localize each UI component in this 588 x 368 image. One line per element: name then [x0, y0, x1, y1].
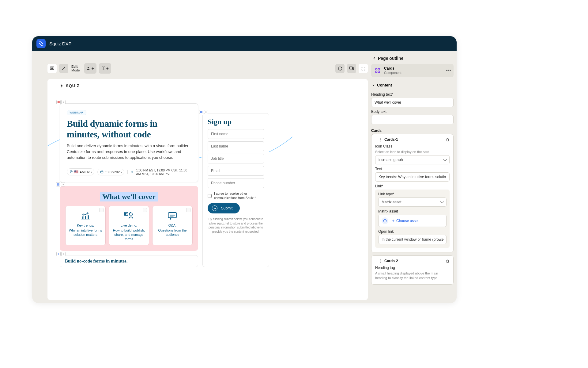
date-pill: 19/03/2025	[97, 169, 124, 175]
cover-card[interactable]: Q&A:Questions from the audience	[152, 206, 193, 245]
outline-back[interactable]: Page outline	[371, 54, 454, 64]
signup-block[interactable]: ▦» Sign up I agree to receive other comm…	[202, 113, 269, 267]
signup-title: Sign up	[208, 118, 264, 126]
cover-title: What we'll cover	[100, 192, 158, 201]
nocode-block[interactable]: T» Build no-code forms in minutes.	[60, 255, 198, 267]
drag-handle-icon[interactable]: ⋮⋮	[375, 259, 383, 263]
svg-rect-15	[375, 71, 377, 73]
svg-point-11	[130, 213, 133, 216]
svg-rect-4	[104, 67, 105, 70]
cover-card[interactable]: Key trends:Why an intuitive forms soluti…	[65, 206, 106, 245]
page-brand: SQUIZ	[47, 79, 368, 88]
link-type-select[interactable]	[378, 197, 447, 207]
svg-point-2	[87, 67, 89, 68]
devices-button[interactable]	[347, 64, 356, 73]
hero-lede: Build and deliver dynamic forms in minut…	[67, 143, 191, 161]
hero-meta: 🇺🇸 AMERS 19/03/2025 1:00 PM EST, 12:00 P…	[67, 165, 191, 176]
add-panel-button[interactable]: +	[100, 64, 111, 73]
icon-class-select[interactable]	[375, 155, 450, 164]
page-canvas[interactable]: SQUIZ ▦» WEBINAR Build dynamic forms in …	[47, 79, 368, 300]
hero-title: Build dynamic forms in minutes, without …	[67, 118, 191, 140]
chat-icon	[155, 210, 190, 221]
webinar-badge: WEBINAR	[67, 110, 86, 115]
content-section-toggle[interactable]: Content	[371, 80, 454, 90]
magic-edit-button[interactable]	[59, 64, 68, 73]
fullscreen-button[interactable]	[359, 64, 368, 73]
component-icon	[374, 67, 381, 74]
region-pill: 🇺🇸 AMERS	[67, 168, 94, 175]
card-settings-icon[interactable]	[186, 208, 190, 212]
more-icon[interactable]: •••	[446, 68, 451, 73]
card-settings-icon[interactable]	[99, 208, 104, 212]
svg-rect-6	[352, 67, 353, 70]
first-name-field[interactable]	[208, 129, 264, 139]
heading-text-input[interactable]	[371, 98, 454, 107]
block-handle[interactable]: ▦»	[56, 100, 66, 104]
presenter-icon	[111, 210, 146, 221]
job-title-field[interactable]	[208, 154, 264, 163]
body-text-label: Body text	[371, 109, 454, 114]
body-text-input[interactable]	[371, 115, 454, 124]
page-outline-panel: Page outline CardsComponent ••• Content …	[368, 51, 457, 303]
choose-asset-button[interactable]: Choose asset	[378, 215, 447, 227]
consent-checkbox[interactable]: I agree to receive other communications …	[208, 192, 264, 200]
card-text-input[interactable]	[375, 172, 450, 182]
email-field[interactable]	[208, 166, 264, 176]
block-handle[interactable]: T»	[56, 252, 66, 256]
cards-1-item: ⋮⋮Cards-1 Icon Class Select an icon to d…	[371, 134, 454, 252]
add-user-button[interactable]: +	[85, 64, 96, 73]
component-chip[interactable]: CardsComponent •••	[371, 64, 454, 77]
preview-toggle-button[interactable]	[47, 64, 57, 73]
last-name-field[interactable]	[208, 141, 264, 151]
svg-point-1	[51, 67, 53, 69]
refresh-button[interactable]	[335, 64, 345, 73]
svg-rect-3	[102, 67, 103, 70]
svg-rect-14	[378, 68, 380, 70]
drag-handle-icon[interactable]: ⋮⋮	[375, 137, 383, 142]
phone-field[interactable]	[208, 178, 264, 188]
svg-rect-5	[349, 67, 352, 69]
signup-fine-print: By clicking submit below, you consent to…	[208, 217, 264, 234]
block-handle[interactable]: ▦»	[56, 182, 65, 186]
trend-icon	[68, 210, 103, 221]
cards-2-item: ⋮⋮Cards-2 Heading tag A small heading di…	[371, 255, 454, 285]
block-handle[interactable]: ▦»	[199, 110, 208, 114]
app-title: Squiz DXP	[49, 41, 72, 46]
delete-card-icon[interactable]	[446, 138, 450, 142]
delete-card-icon[interactable]	[446, 259, 450, 263]
svg-rect-0	[50, 67, 54, 70]
svg-rect-13	[375, 68, 377, 70]
open-link-select[interactable]	[378, 235, 447, 244]
edit-mode-label: EditMode	[71, 65, 80, 72]
cover-card[interactable]: Live demo:How to build, publish, share, …	[109, 206, 149, 245]
target-icon	[382, 217, 388, 224]
heading-text-label: Heading text*	[371, 92, 454, 97]
times-text: 1:00 PM EST, 12:00 PM CST, 11:00 AM MST,…	[136, 168, 191, 176]
submit-button[interactable]: Submit	[208, 203, 240, 213]
topbar: Squiz DXP	[32, 36, 457, 51]
nocode-title: Build no-code forms in minutes.	[65, 259, 193, 264]
hero-block[interactable]: ▦» WEBINAR Build dynamic forms in minute…	[60, 103, 198, 182]
svg-rect-16	[378, 71, 380, 73]
svg-rect-8	[101, 171, 103, 173]
cover-block[interactable]: ▦» What we'll cover Key trends:Why an in…	[60, 186, 198, 251]
card-settings-icon[interactable]	[143, 208, 147, 212]
svg-point-7	[71, 171, 72, 172]
cards-label: Cards	[371, 128, 454, 133]
editor-toolbar: EditMode + +	[47, 63, 368, 74]
app-logo	[36, 39, 46, 48]
